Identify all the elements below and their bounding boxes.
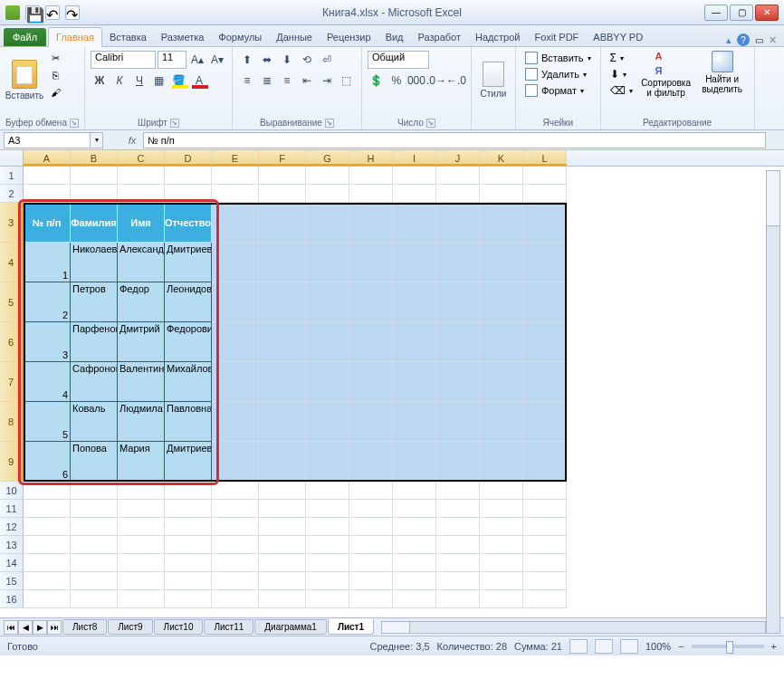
currency-icon[interactable]: 💲: [368, 72, 386, 90]
cell-G16[interactable]: [306, 590, 349, 608]
vertical-scrollbar[interactable]: [766, 170, 780, 634]
col-header-H[interactable]: H: [349, 150, 393, 166]
row-header-11[interactable]: 11: [0, 500, 24, 518]
name-box-dropdown[interactable]: ▾: [91, 132, 103, 148]
align-dialog-launcher[interactable]: ↘: [325, 119, 334, 128]
cell-I5[interactable]: [393, 282, 436, 322]
tab-abbyy pd[interactable]: ABBYY PD: [586, 28, 650, 46]
col-header-I[interactable]: I: [393, 150, 436, 166]
number-format-select[interactable]: Общий: [368, 51, 429, 69]
cell-D7[interactable]: Михайловна: [165, 362, 212, 402]
cell-A11[interactable]: [24, 500, 71, 518]
cell-J9[interactable]: [436, 442, 480, 482]
insert-cells-button[interactable]: Вставить▾: [521, 51, 595, 65]
cell-C3[interactable]: Имя: [118, 203, 165, 243]
zoom-in-icon[interactable]: +: [771, 641, 777, 652]
cell-G5[interactable]: [306, 282, 349, 322]
cell-H14[interactable]: [349, 554, 393, 572]
cell-K15[interactable]: [480, 572, 523, 590]
cell-B12[interactable]: [71, 518, 118, 536]
row-header-3[interactable]: 3: [0, 203, 24, 243]
horizontal-scrollbar[interactable]: [381, 621, 766, 634]
cell-A8[interactable]: 5: [24, 402, 71, 442]
cell-C8[interactable]: Людмила: [118, 402, 165, 442]
cell-C14[interactable]: [118, 554, 165, 572]
cell-A10[interactable]: [24, 482, 71, 500]
cell-D12[interactable]: [165, 518, 212, 536]
cell-D2[interactable]: [165, 185, 212, 203]
redo-icon[interactable]: ↷: [65, 5, 80, 20]
cell-A3[interactable]: № п/п: [24, 203, 71, 243]
cell-E3[interactable]: [212, 203, 259, 243]
cell-L14[interactable]: [523, 554, 567, 572]
cell-J7[interactable]: [436, 362, 480, 402]
view-break-icon[interactable]: [620, 639, 638, 654]
cell-H16[interactable]: [349, 590, 393, 608]
select-all-corner[interactable]: [0, 150, 24, 166]
number-dialog-launcher[interactable]: ↘: [426, 119, 435, 128]
tab-вставка[interactable]: Вставка: [102, 28, 154, 46]
cell-E2[interactable]: [212, 185, 259, 203]
cell-B13[interactable]: [71, 536, 118, 554]
cell-A12[interactable]: [24, 518, 71, 536]
cell-E6[interactable]: [212, 322, 259, 362]
row-header-9[interactable]: 9: [0, 442, 24, 482]
cell-I15[interactable]: [393, 572, 436, 590]
cell-F7[interactable]: [259, 362, 306, 402]
cell-F12[interactable]: [259, 518, 306, 536]
cell-K9[interactable]: [480, 442, 523, 482]
cell-A6[interactable]: 3: [24, 322, 71, 362]
cell-G6[interactable]: [306, 322, 349, 362]
cell-G8[interactable]: [306, 402, 349, 442]
indent-inc-icon[interactable]: ⇥: [318, 72, 336, 90]
cell-D3[interactable]: Отчество: [165, 203, 212, 243]
clipboard-dialog-launcher[interactable]: ↘: [70, 119, 79, 128]
cell-I13[interactable]: [393, 536, 436, 554]
cell-J1[interactable]: [436, 167, 480, 185]
tab-рецензир[interactable]: Рецензир: [320, 28, 378, 46]
cell-E13[interactable]: [212, 536, 259, 554]
cell-E4[interactable]: [212, 243, 259, 282]
cell-L7[interactable]: [523, 362, 567, 402]
cell-D9[interactable]: Дмитриевна: [165, 442, 212, 482]
fx-icon[interactable]: fx: [121, 135, 143, 146]
tab-надстрой[interactable]: Надстрой: [468, 28, 527, 46]
cell-E10[interactable]: [212, 482, 259, 500]
sheet-tab-Лист10[interactable]: Лист10: [154, 619, 204, 635]
sheet-nav-last[interactable]: ⏭: [47, 620, 62, 635]
cell-L9[interactable]: [523, 442, 567, 482]
align-right-icon[interactable]: ≡: [278, 72, 296, 90]
font-color-button[interactable]: A: [190, 72, 208, 90]
save-icon[interactable]: 💾: [25, 5, 40, 20]
cell-D4[interactable]: Дмитриевич: [165, 243, 212, 282]
zoom-value[interactable]: 100%: [645, 641, 671, 652]
cell-D15[interactable]: [165, 572, 212, 590]
cell-L6[interactable]: [523, 322, 567, 362]
cell-C1[interactable]: [118, 167, 165, 185]
cell-B7[interactable]: Сафронова: [71, 362, 118, 402]
cell-G13[interactable]: [306, 536, 349, 554]
cell-J5[interactable]: [436, 282, 480, 322]
cell-B10[interactable]: [71, 482, 118, 500]
cell-A4[interactable]: 1: [24, 243, 71, 282]
cell-E15[interactable]: [212, 572, 259, 590]
col-header-G[interactable]: G: [306, 150, 349, 166]
cell-G4[interactable]: [306, 243, 349, 282]
cell-J15[interactable]: [436, 572, 480, 590]
tab-foxit pdf[interactable]: Foxit PDF: [527, 28, 586, 46]
row-header-10[interactable]: 10: [0, 482, 24, 500]
cell-E8[interactable]: [212, 402, 259, 442]
row-header-7[interactable]: 7: [0, 362, 24, 402]
cell-H9[interactable]: [349, 442, 393, 482]
cell-C10[interactable]: [118, 482, 165, 500]
cell-C4[interactable]: Александр: [118, 243, 165, 282]
styles-button[interactable]: Стили: [477, 51, 510, 109]
cell-B6[interactable]: Парфенов: [71, 322, 118, 362]
cell-K3[interactable]: [480, 203, 523, 243]
col-header-B[interactable]: B: [71, 150, 118, 166]
tab-разметка[interactable]: Разметка: [154, 28, 212, 46]
worksheet-grid[interactable]: ABCDEFGHIJKL 12345678910111213141516 № п…: [0, 150, 784, 617]
cell-A1[interactable]: [24, 167, 71, 185]
cell-L12[interactable]: [523, 518, 567, 536]
cell-A15[interactable]: [24, 572, 71, 590]
